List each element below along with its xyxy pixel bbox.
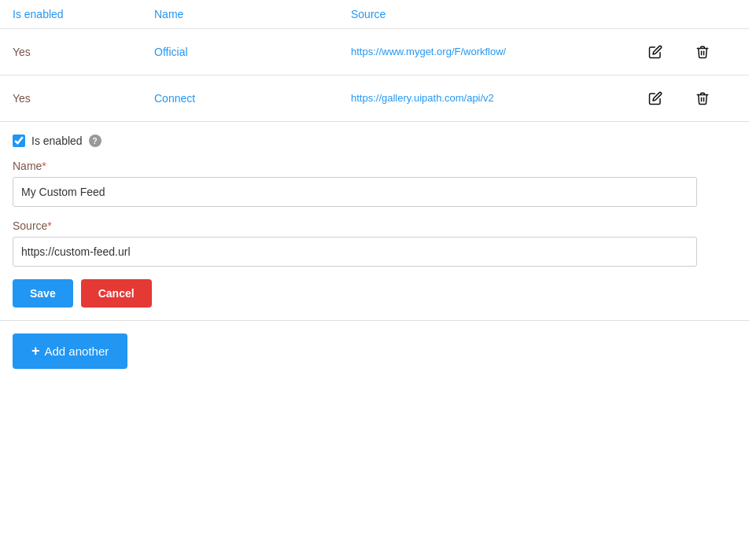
form-button-row: Save Cancel xyxy=(13,279,736,308)
row1-name: Official xyxy=(154,46,351,58)
name-label: Name* xyxy=(13,160,736,172)
source-label: Source* xyxy=(13,219,736,232)
source-required-star: * xyxy=(47,219,51,232)
row1-delete-button[interactable] xyxy=(689,42,716,62)
form-section: Is enabled ? Name* Source* Save Cancel xyxy=(0,122,749,321)
source-input[interactable] xyxy=(13,237,697,267)
row2-is-enabled: Yes xyxy=(13,92,154,105)
help-icon[interactable]: ? xyxy=(89,134,101,147)
row1-source: https://www.myget.org/F/workflow/ xyxy=(351,45,642,59)
cancel-button[interactable]: Cancel xyxy=(81,279,152,308)
save-button[interactable]: Save xyxy=(13,279,73,308)
row2-name: Connect xyxy=(154,92,351,105)
pencil-icon xyxy=(648,91,662,105)
row2-edit-button[interactable] xyxy=(642,88,669,109)
is-enabled-label: Is enabled xyxy=(31,134,83,147)
page-container: Is enabled Name Source Yes Official http… xyxy=(0,0,749,381)
add-another-button[interactable]: + Add another xyxy=(13,333,127,369)
header-actions-delete xyxy=(689,8,736,20)
row2-delete-cell xyxy=(689,88,736,109)
header-source: Source xyxy=(351,8,642,20)
header-is-enabled: Is enabled xyxy=(13,8,154,20)
name-required-star: * xyxy=(42,160,46,172)
row2-delete-button[interactable] xyxy=(689,88,716,109)
row2-actions xyxy=(642,88,689,109)
table-row: Yes Connect https://gallery.uipath.com/a… xyxy=(0,76,749,122)
name-input[interactable] xyxy=(13,177,697,207)
add-another-section: + Add another xyxy=(0,321,749,381)
header-actions-edit xyxy=(642,8,689,20)
row1-is-enabled: Yes xyxy=(13,46,154,58)
row1-edit-button[interactable] xyxy=(642,42,669,62)
header-name: Name xyxy=(154,8,351,20)
trash-icon xyxy=(696,45,710,59)
row1-delete-cell xyxy=(689,42,736,62)
is-enabled-checkbox[interactable] xyxy=(13,134,25,147)
source-field-group: Source* xyxy=(13,219,736,267)
table-header: Is enabled Name Source xyxy=(0,0,749,29)
plus-icon: + xyxy=(31,343,40,359)
pencil-icon xyxy=(648,45,662,59)
row1-actions xyxy=(642,42,689,62)
add-another-label: Add another xyxy=(45,344,109,358)
table-row: Yes Official https://www.myget.org/F/wor… xyxy=(0,29,749,76)
row2-source: https://gallery.uipath.com/api/v2 xyxy=(351,91,642,105)
is-enabled-row: Is enabled ? xyxy=(13,134,736,147)
trash-icon xyxy=(696,91,710,105)
name-field-group: Name* xyxy=(13,160,736,207)
